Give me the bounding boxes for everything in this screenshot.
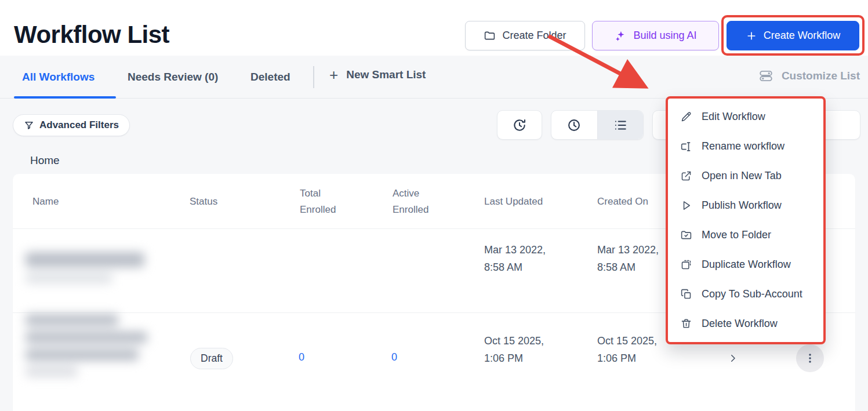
column-header-status: Status — [190, 194, 217, 210]
menu-item-label: Edit Workflow — [702, 111, 765, 123]
menu-item-move-to-folder[interactable]: Move to Folder — [668, 220, 823, 250]
active-tab-underline — [14, 96, 116, 99]
new-smart-list-button[interactable]: + New Smart List — [329, 68, 426, 81]
menu-item-label: Publish Workflow — [702, 199, 782, 212]
sparkles-icon — [614, 30, 627, 42]
menu-item-edit-workflow[interactable]: Edit Workflow — [668, 102, 823, 132]
external-link-icon — [680, 170, 692, 183]
menu-item-label: Rename workflow — [702, 140, 785, 152]
trash-icon — [680, 318, 692, 330]
menu-item-rename-workflow[interactable]: Rename workflow — [668, 132, 823, 161]
create-folder-label: Create Folder — [502, 30, 566, 42]
funnel-icon — [24, 120, 34, 130]
menu-item-open-in-new-tab[interactable]: Open in New Tab — [668, 161, 823, 191]
list-view-toggle[interactable] — [597, 111, 644, 139]
sliders-icon — [758, 68, 773, 83]
list-icon — [613, 118, 628, 133]
build-using-ai-label: Build using AI — [633, 30, 696, 42]
menu-item-duplicate-workflow[interactable]: Duplicate Workflow — [668, 250, 823, 279]
last-updated-cell: Oct 15 2025, 1:06 PM — [484, 332, 555, 367]
status-badge: Draft — [190, 348, 233, 369]
tab-deleted[interactable]: Deleted — [250, 71, 290, 83]
play-icon — [680, 199, 692, 212]
menu-item-label: Copy To Sub-Account — [702, 288, 802, 300]
clock-history-icon — [512, 118, 527, 133]
advanced-filters-button[interactable]: Advanced Filters — [13, 114, 130, 136]
copy-icon — [680, 288, 692, 301]
folder-check-icon — [680, 229, 692, 242]
menu-item-label: Move to Folder — [702, 229, 771, 241]
menu-item-label: Duplicate Workflow — [702, 259, 791, 271]
rename-icon — [680, 140, 692, 153]
tab-bar: All Workflows Needs Review (0) Deleted +… — [0, 56, 868, 99]
row-expand-chevron[interactable] — [725, 350, 741, 366]
column-header-active-enrolled: Active Enrolled — [393, 186, 446, 218]
folder-icon — [484, 30, 496, 42]
advanced-filters-label: Advanced Filters — [39, 119, 119, 131]
build-using-ai-button[interactable]: Build using AI — [592, 21, 719, 50]
pencil-icon — [680, 111, 692, 123]
clock-icon — [566, 118, 582, 133]
menu-item-label: Delete Workflow — [702, 318, 778, 330]
breadcrumb-home[interactable]: Home — [30, 154, 60, 167]
workflow-context-menu: Edit Workflow Rename workflow Open in Ne… — [666, 96, 826, 344]
column-header-created-on: Created On — [597, 194, 648, 210]
active-enrolled-link[interactable]: 0 — [391, 351, 397, 363]
customize-list-button[interactable]: Customize List — [758, 68, 860, 83]
history-button[interactable] — [497, 110, 542, 140]
create-folder-button[interactable]: Create Folder — [465, 21, 585, 50]
tab-needs-review[interactable]: Needs Review (0) — [128, 71, 218, 83]
menu-item-publish-workflow[interactable]: Publish Workflow — [668, 191, 823, 220]
menu-item-delete-workflow[interactable]: Delete Workflow — [668, 309, 823, 339]
created-on-cell: Mar 13 2022, 8:58 AM — [597, 241, 668, 276]
timeline-view-toggle[interactable] — [551, 111, 597, 139]
view-toggle-group — [551, 110, 644, 140]
menu-item-label: Open in New Tab — [702, 170, 782, 182]
customize-list-label: Customize List — [782, 70, 860, 82]
new-smart-list-label: New Smart List — [346, 68, 426, 81]
workflow-list-page: Workflow List Create Folder Build using … — [0, 0, 868, 411]
tab-divider — [313, 66, 314, 88]
last-updated-cell: Mar 13 2022, 8:58 AM — [484, 241, 555, 276]
column-header-last-updated: Last Updated — [484, 194, 543, 210]
plus-icon: + — [329, 68, 338, 81]
column-header-name: Name — [32, 194, 59, 210]
tab-all-workflows[interactable]: All Workflows — [22, 71, 95, 83]
plus-icon — [746, 30, 757, 42]
menu-item-copy-to-sub-account[interactable]: Copy To Sub-Account — [668, 279, 823, 309]
duplicate-icon — [680, 259, 692, 271]
row-actions-button[interactable] — [796, 344, 824, 372]
redacted-workflow-name — [26, 252, 158, 293]
created-on-cell: Oct 15 2025, 1:06 PM — [597, 332, 668, 367]
page-title: Workflow List — [14, 21, 169, 49]
total-enrolled-link[interactable]: 0 — [299, 351, 304, 363]
create-workflow-label: Create Workflow — [764, 30, 841, 42]
create-workflow-button[interactable]: Create Workflow — [727, 21, 859, 50]
redacted-workflow-name — [26, 314, 156, 401]
column-header-total-enrolled: Total Enrolled — [300, 186, 353, 218]
kebab-icon — [804, 352, 816, 365]
